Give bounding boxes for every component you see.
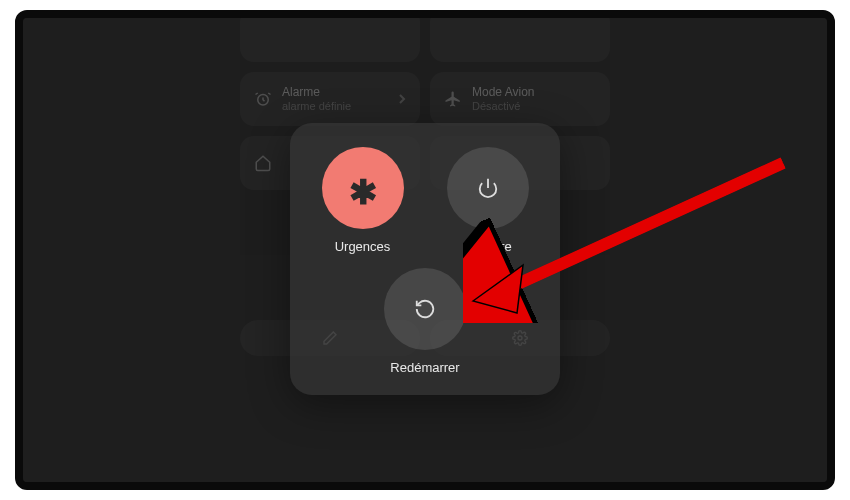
emergency-label: Urgences [335,239,391,254]
power-icon [477,177,499,199]
power-item-shutdown: Éteindre [435,147,540,254]
power-menu: ✱ Urgences Éteindre Redémarrer [290,123,560,395]
shutdown-button[interactable] [447,147,529,229]
alarm-icon [254,90,272,108]
tile-alarm-subtitle: alarme définie [282,100,351,113]
shutdown-label: Éteindre [463,239,511,254]
power-item-emergency: ✱ Urgences [310,147,415,254]
device-frame: Alarme alarme définie Mode Avion [15,10,835,490]
emergency-button[interactable]: ✱ [322,147,404,229]
asterisk-icon: ✱ [349,175,377,209]
tile-airplane-subtitle: Désactivé [472,100,535,113]
restart-label: Redémarrer [390,360,459,375]
tile-unknown-right[interactable] [430,10,610,62]
chevron-right-icon [398,93,406,105]
power-item-restart: Redémarrer [310,268,540,375]
tile-alarm-title: Alarme [282,85,351,99]
tile-airplane[interactable]: Mode Avion Désactivé [430,72,610,126]
home-icon [254,154,272,172]
tile-airplane-title: Mode Avion [472,85,535,99]
restart-icon [414,298,436,320]
tile-unknown-left[interactable] [240,10,420,62]
restart-button[interactable] [384,268,466,350]
airplane-icon [444,90,462,108]
tile-alarm[interactable]: Alarme alarme définie [240,72,420,126]
